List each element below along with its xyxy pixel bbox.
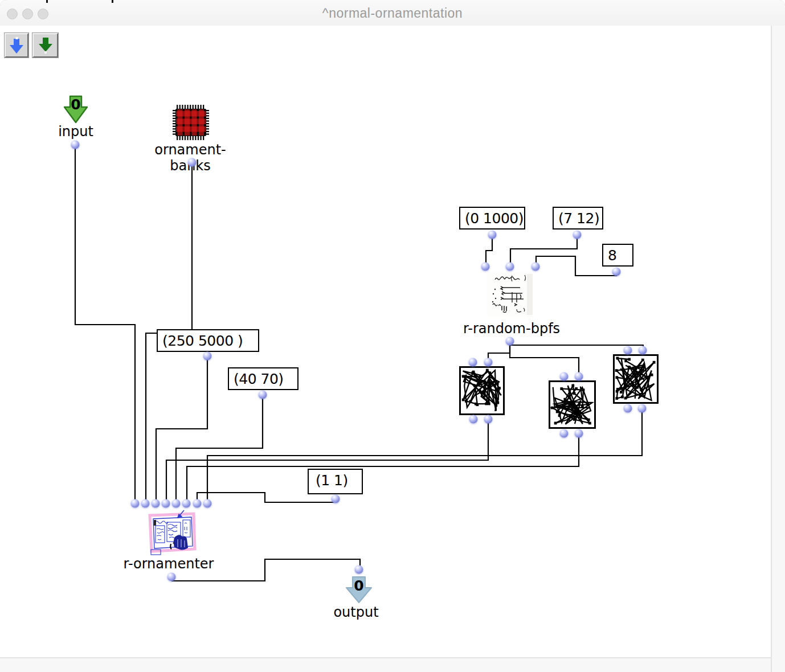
outlet-port[interactable] [484, 415, 493, 424]
inlet-port[interactable] [560, 372, 569, 381]
bpf-curve-box-2[interactable] [549, 380, 596, 429]
outlet-port[interactable] [612, 268, 621, 276]
inlet-port[interactable] [193, 499, 202, 508]
bpf-curve-box-3[interactable] [613, 354, 659, 404]
inlet-port[interactable] [639, 346, 647, 355]
patch-cord [75, 149, 135, 503]
output-node-label: output [326, 604, 386, 620]
outlet-port[interactable] [560, 429, 569, 438]
patch-cord [510, 345, 579, 376]
inlet-port[interactable] [203, 499, 212, 508]
patch-cord [187, 437, 579, 503]
outlet-port[interactable] [188, 158, 197, 167]
outlet-port[interactable] [575, 429, 583, 438]
inlet-port[interactable] [162, 499, 170, 508]
outlet-port[interactable] [624, 404, 632, 413]
value-box-8[interactable]: 8 [602, 244, 633, 267]
patch-cord [510, 239, 577, 267]
ornament-banks-icon[interactable] [173, 105, 209, 140]
patch-window: ^normal-ornamentation [0, 0, 785, 672]
r-ornamenter-label: r-ornamenter [117, 556, 220, 572]
value-box-40-70[interactable]: (40 70) [228, 367, 299, 390]
value-box-7-12[interactable]: (7 12) [553, 207, 603, 230]
inlet-port[interactable] [131, 499, 140, 508]
r-ornamenter-icon[interactable] [146, 510, 197, 555]
r-random-bpfs-label: r-random-bpfs [457, 321, 566, 337]
input-badge: 0 [68, 96, 83, 113]
inlet-port[interactable] [484, 358, 493, 367]
outlet-port[interactable] [259, 391, 267, 399]
inlet-port[interactable] [481, 263, 490, 271]
inlet-port[interactable] [624, 346, 632, 355]
value-box-250-5000[interactable]: (250 5000 ) [157, 329, 259, 352]
outlet-port[interactable] [203, 352, 212, 360]
outlet-port[interactable] [167, 573, 176, 581]
outlet-port[interactable] [573, 231, 582, 239]
outlet-port[interactable] [71, 141, 80, 149]
inlet-port[interactable] [182, 499, 191, 508]
value-box-1-1[interactable]: (1 1) [308, 469, 363, 494]
inlet-port[interactable] [531, 263, 540, 271]
inlet-port[interactable] [355, 566, 363, 574]
r-random-bpfs-icon[interactable] [487, 272, 533, 317]
outlet-port[interactable] [638, 404, 647, 413]
input-node-label: input [46, 124, 105, 140]
inlet-port[interactable] [152, 499, 160, 508]
output-badge: 0 [351, 577, 366, 594]
patch-cord [176, 399, 263, 503]
patch-cord [156, 360, 207, 503]
inlet-port[interactable] [172, 499, 181, 508]
inlet-port[interactable] [506, 263, 514, 271]
value-box-0-1000[interactable]: (0 1000) [459, 207, 525, 230]
outlet-port[interactable] [488, 231, 497, 239]
outlet-port[interactable] [506, 337, 514, 346]
outlet-port[interactable] [332, 495, 340, 503]
outlet-port[interactable] [469, 415, 478, 424]
bpf-curve-box-1[interactable] [459, 366, 505, 415]
inlet-port[interactable] [141, 499, 150, 508]
inlet-port[interactable] [575, 372, 583, 381]
inlet-port[interactable] [469, 358, 477, 367]
